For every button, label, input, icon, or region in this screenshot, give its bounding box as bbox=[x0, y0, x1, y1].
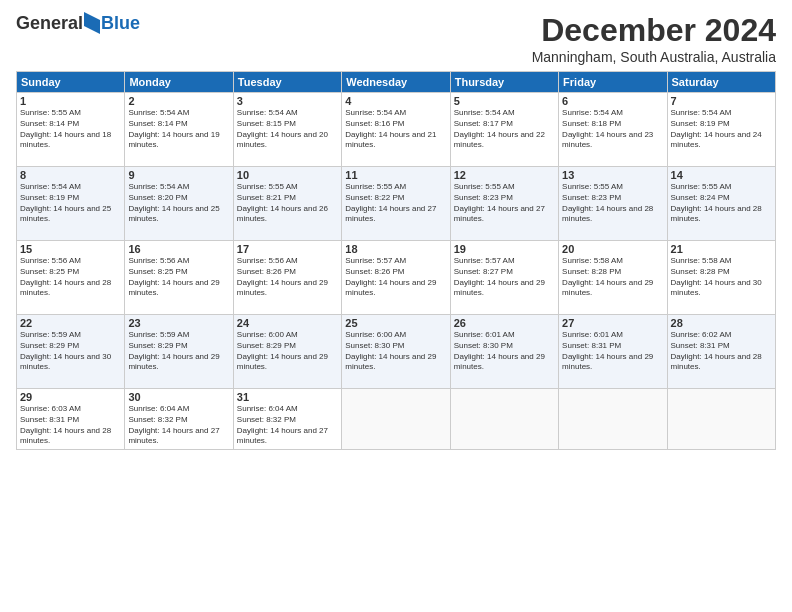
day-number: 18 bbox=[345, 243, 446, 255]
logo-icon bbox=[84, 12, 100, 34]
day-info: Sunrise: 5:59 AMSunset: 8:29 PMDaylight:… bbox=[20, 330, 121, 373]
table-row: 21 Sunrise: 5:58 AMSunset: 8:28 PMDaylig… bbox=[667, 241, 775, 315]
day-number: 15 bbox=[20, 243, 121, 255]
table-row: 28 Sunrise: 6:02 AMSunset: 8:31 PMDaylig… bbox=[667, 315, 775, 389]
table-row: 29 Sunrise: 6:03 AMSunset: 8:31 PMDaylig… bbox=[17, 389, 125, 450]
month-title: December 2024 bbox=[532, 12, 776, 49]
table-row: 4 Sunrise: 5:54 AMSunset: 8:16 PMDayligh… bbox=[342, 93, 450, 167]
day-number: 19 bbox=[454, 243, 555, 255]
day-number: 10 bbox=[237, 169, 338, 181]
day-number: 3 bbox=[237, 95, 338, 107]
day-info: Sunrise: 5:59 AMSunset: 8:29 PMDaylight:… bbox=[128, 330, 229, 373]
day-info: Sunrise: 5:55 AMSunset: 8:21 PMDaylight:… bbox=[237, 182, 338, 225]
day-info: Sunrise: 6:04 AMSunset: 8:32 PMDaylight:… bbox=[237, 404, 338, 447]
table-row: 19 Sunrise: 5:57 AMSunset: 8:27 PMDaylig… bbox=[450, 241, 558, 315]
day-number: 9 bbox=[128, 169, 229, 181]
table-row: 10 Sunrise: 5:55 AMSunset: 8:21 PMDaylig… bbox=[233, 167, 341, 241]
table-row: 7 Sunrise: 5:54 AMSunset: 8:19 PMDayligh… bbox=[667, 93, 775, 167]
table-row: 30 Sunrise: 6:04 AMSunset: 8:32 PMDaylig… bbox=[125, 389, 233, 450]
table-row: 8 Sunrise: 5:54 AMSunset: 8:19 PMDayligh… bbox=[17, 167, 125, 241]
day-number: 25 bbox=[345, 317, 446, 329]
title-block: December 2024 Manningham, South Australi… bbox=[532, 12, 776, 65]
col-friday: Friday bbox=[559, 72, 667, 93]
day-number: 1 bbox=[20, 95, 121, 107]
day-info: Sunrise: 6:03 AMSunset: 8:31 PMDaylight:… bbox=[20, 404, 121, 447]
day-info: Sunrise: 5:55 AMSunset: 8:23 PMDaylight:… bbox=[454, 182, 555, 225]
table-row: 1 Sunrise: 5:55 AMSunset: 8:14 PMDayligh… bbox=[17, 93, 125, 167]
day-number: 4 bbox=[345, 95, 446, 107]
day-number: 24 bbox=[237, 317, 338, 329]
col-tuesday: Tuesday bbox=[233, 72, 341, 93]
table-row: 31 Sunrise: 6:04 AMSunset: 8:32 PMDaylig… bbox=[233, 389, 341, 450]
day-info: Sunrise: 5:54 AMSunset: 8:14 PMDaylight:… bbox=[128, 108, 229, 151]
day-number: 11 bbox=[345, 169, 446, 181]
day-info: Sunrise: 5:54 AMSunset: 8:15 PMDaylight:… bbox=[237, 108, 338, 151]
day-info: Sunrise: 5:56 AMSunset: 8:25 PMDaylight:… bbox=[20, 256, 121, 299]
day-number: 29 bbox=[20, 391, 121, 403]
day-number: 6 bbox=[562, 95, 663, 107]
table-row: 26 Sunrise: 6:01 AMSunset: 8:30 PMDaylig… bbox=[450, 315, 558, 389]
table-row: 15 Sunrise: 5:56 AMSunset: 8:25 PMDaylig… bbox=[17, 241, 125, 315]
table-row: 22 Sunrise: 5:59 AMSunset: 8:29 PMDaylig… bbox=[17, 315, 125, 389]
day-number: 27 bbox=[562, 317, 663, 329]
table-row: 9 Sunrise: 5:54 AMSunset: 8:20 PMDayligh… bbox=[125, 167, 233, 241]
day-info: Sunrise: 5:54 AMSunset: 8:19 PMDaylight:… bbox=[671, 108, 772, 151]
table-row: 12 Sunrise: 5:55 AMSunset: 8:23 PMDaylig… bbox=[450, 167, 558, 241]
table-row: 27 Sunrise: 6:01 AMSunset: 8:31 PMDaylig… bbox=[559, 315, 667, 389]
day-info: Sunrise: 5:54 AMSunset: 8:18 PMDaylight:… bbox=[562, 108, 663, 151]
day-info: Sunrise: 5:57 AMSunset: 8:26 PMDaylight:… bbox=[345, 256, 446, 299]
col-wednesday: Wednesday bbox=[342, 72, 450, 93]
day-info: Sunrise: 5:58 AMSunset: 8:28 PMDaylight:… bbox=[671, 256, 772, 299]
table-row: 23 Sunrise: 5:59 AMSunset: 8:29 PMDaylig… bbox=[125, 315, 233, 389]
day-info: Sunrise: 5:54 AMSunset: 8:17 PMDaylight:… bbox=[454, 108, 555, 151]
table-row: 5 Sunrise: 5:54 AMSunset: 8:17 PMDayligh… bbox=[450, 93, 558, 167]
day-info: Sunrise: 5:58 AMSunset: 8:28 PMDaylight:… bbox=[562, 256, 663, 299]
day-number: 16 bbox=[128, 243, 229, 255]
table-row bbox=[450, 389, 558, 450]
day-info: Sunrise: 5:56 AMSunset: 8:25 PMDaylight:… bbox=[128, 256, 229, 299]
day-number: 7 bbox=[671, 95, 772, 107]
day-number: 30 bbox=[128, 391, 229, 403]
day-info: Sunrise: 6:01 AMSunset: 8:30 PMDaylight:… bbox=[454, 330, 555, 373]
logo: General Blue bbox=[16, 12, 140, 34]
day-info: Sunrise: 6:02 AMSunset: 8:31 PMDaylight:… bbox=[671, 330, 772, 373]
col-sunday: Sunday bbox=[17, 72, 125, 93]
day-number: 13 bbox=[562, 169, 663, 181]
table-row: 18 Sunrise: 5:57 AMSunset: 8:26 PMDaylig… bbox=[342, 241, 450, 315]
day-number: 26 bbox=[454, 317, 555, 329]
day-number: 8 bbox=[20, 169, 121, 181]
table-row: 20 Sunrise: 5:58 AMSunset: 8:28 PMDaylig… bbox=[559, 241, 667, 315]
day-number: 17 bbox=[237, 243, 338, 255]
header: General Blue December 2024 Manningham, S… bbox=[16, 12, 776, 65]
day-info: Sunrise: 5:54 AMSunset: 8:16 PMDaylight:… bbox=[345, 108, 446, 151]
logo-general: General bbox=[16, 13, 83, 34]
logo-blue: Blue bbox=[101, 13, 140, 34]
page: General Blue December 2024 Manningham, S… bbox=[0, 0, 792, 612]
table-row: 25 Sunrise: 6:00 AMSunset: 8:30 PMDaylig… bbox=[342, 315, 450, 389]
day-number: 5 bbox=[454, 95, 555, 107]
table-row bbox=[342, 389, 450, 450]
table-row bbox=[559, 389, 667, 450]
table-row bbox=[667, 389, 775, 450]
day-info: Sunrise: 5:55 AMSunset: 8:24 PMDaylight:… bbox=[671, 182, 772, 225]
table-row: 13 Sunrise: 5:55 AMSunset: 8:23 PMDaylig… bbox=[559, 167, 667, 241]
table-row: 24 Sunrise: 6:00 AMSunset: 8:29 PMDaylig… bbox=[233, 315, 341, 389]
table-row: 3 Sunrise: 5:54 AMSunset: 8:15 PMDayligh… bbox=[233, 93, 341, 167]
logo-text: General Blue bbox=[16, 12, 140, 34]
table-row: 14 Sunrise: 5:55 AMSunset: 8:24 PMDaylig… bbox=[667, 167, 775, 241]
day-info: Sunrise: 5:57 AMSunset: 8:27 PMDaylight:… bbox=[454, 256, 555, 299]
table-row: 2 Sunrise: 5:54 AMSunset: 8:14 PMDayligh… bbox=[125, 93, 233, 167]
svg-marker-0 bbox=[84, 12, 100, 34]
col-saturday: Saturday bbox=[667, 72, 775, 93]
day-info: Sunrise: 5:55 AMSunset: 8:14 PMDaylight:… bbox=[20, 108, 121, 151]
day-number: 12 bbox=[454, 169, 555, 181]
table-row: 16 Sunrise: 5:56 AMSunset: 8:25 PMDaylig… bbox=[125, 241, 233, 315]
day-number: 20 bbox=[562, 243, 663, 255]
day-info: Sunrise: 5:54 AMSunset: 8:20 PMDaylight:… bbox=[128, 182, 229, 225]
calendar-header-row: Sunday Monday Tuesday Wednesday Thursday… bbox=[17, 72, 776, 93]
table-row: 6 Sunrise: 5:54 AMSunset: 8:18 PMDayligh… bbox=[559, 93, 667, 167]
col-monday: Monday bbox=[125, 72, 233, 93]
day-number: 2 bbox=[128, 95, 229, 107]
day-info: Sunrise: 5:55 AMSunset: 8:22 PMDaylight:… bbox=[345, 182, 446, 225]
col-thursday: Thursday bbox=[450, 72, 558, 93]
